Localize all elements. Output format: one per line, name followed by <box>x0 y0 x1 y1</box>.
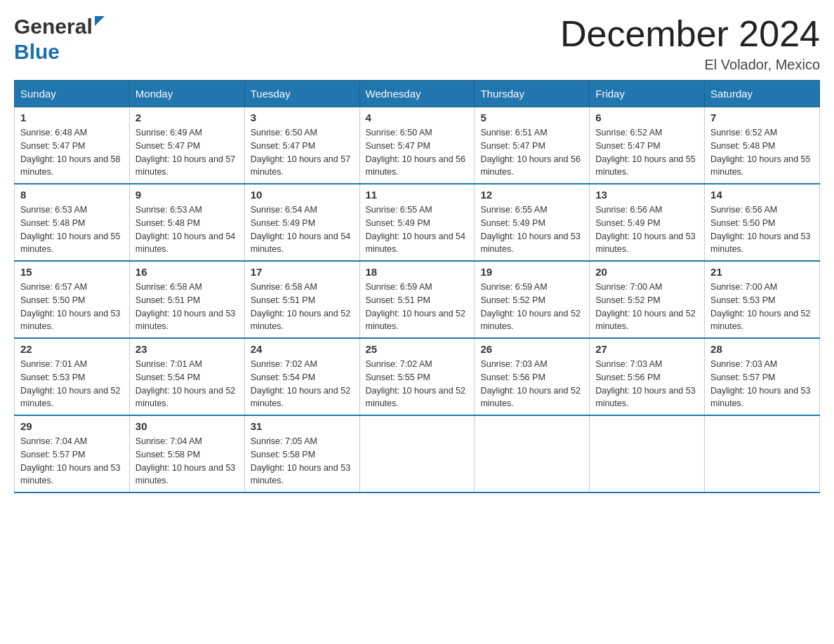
day-info: Sunrise: 7:00 AMSunset: 5:52 PMDaylight:… <box>595 282 695 331</box>
day-info: Sunrise: 6:48 AMSunset: 5:47 PMDaylight:… <box>20 128 120 177</box>
calendar-day-cell: 19 Sunrise: 6:59 AMSunset: 5:52 PMDaylig… <box>475 261 590 338</box>
day-number: 31 <box>251 420 354 432</box>
day-number: 13 <box>595 189 699 201</box>
day-info: Sunrise: 6:58 AMSunset: 5:51 PMDaylight:… <box>251 282 350 331</box>
day-number: 6 <box>595 112 699 123</box>
day-info: Sunrise: 7:00 AMSunset: 5:53 PMDaylight:… <box>710 282 810 331</box>
calendar-day-cell: 9 Sunrise: 6:53 AMSunset: 5:48 PMDayligh… <box>129 184 244 261</box>
day-info: Sunrise: 7:05 AMSunset: 5:58 PMDaylight:… <box>251 436 350 485</box>
day-info: Sunrise: 6:50 AMSunset: 5:47 PMDaylight:… <box>366 128 465 177</box>
day-info: Sunrise: 6:56 AMSunset: 5:50 PMDaylight:… <box>710 205 810 254</box>
page-header: General Blue December 2024 El Volador, M… <box>14 14 820 73</box>
location: El Volador, Mexico <box>560 57 820 73</box>
calendar-day-cell: 3 Sunrise: 6:50 AMSunset: 5:47 PMDayligh… <box>244 107 359 185</box>
day-number: 26 <box>480 343 583 355</box>
day-number: 23 <box>135 343 239 355</box>
calendar-body: 1 Sunrise: 6:48 AMSunset: 5:47 PMDayligh… <box>15 107 820 493</box>
calendar-day-cell: 2 Sunrise: 6:49 AMSunset: 5:47 PMDayligh… <box>129 107 244 185</box>
day-info: Sunrise: 7:01 AMSunset: 5:54 PMDaylight:… <box>135 359 235 408</box>
calendar-day-cell: 16 Sunrise: 6:58 AMSunset: 5:51 PMDaylig… <box>129 261 244 338</box>
day-info: Sunrise: 6:55 AMSunset: 5:49 PMDaylight:… <box>366 205 465 254</box>
logo: General Blue <box>14 14 105 65</box>
calendar-empty-cell <box>359 415 475 492</box>
day-number: 4 <box>366 112 469 123</box>
calendar-day-cell: 18 Sunrise: 6:59 AMSunset: 5:51 PMDaylig… <box>359 261 475 338</box>
weekday-header-saturday: Saturday <box>705 81 820 107</box>
logo-blue: Blue <box>14 40 60 63</box>
day-info: Sunrise: 6:55 AMSunset: 5:49 PMDaylight:… <box>480 205 580 254</box>
calendar-header: SundayMondayTuesdayWednesdayThursdayFrid… <box>15 81 820 107</box>
calendar-day-cell: 8 Sunrise: 6:53 AMSunset: 5:48 PMDayligh… <box>15 184 130 261</box>
calendar-day-cell: 30 Sunrise: 7:04 AMSunset: 5:58 PMDaylig… <box>129 415 244 492</box>
logo-general: General <box>14 14 93 39</box>
calendar-day-cell: 31 Sunrise: 7:05 AMSunset: 5:58 PMDaylig… <box>244 415 359 492</box>
day-info: Sunrise: 7:03 AMSunset: 5:56 PMDaylight:… <box>595 359 695 408</box>
day-number: 18 <box>366 266 469 278</box>
day-info: Sunrise: 6:53 AMSunset: 5:48 PMDaylight:… <box>135 205 235 254</box>
weekday-header-sunday: Sunday <box>15 81 130 107</box>
calendar-day-cell: 6 Sunrise: 6:52 AMSunset: 5:47 PMDayligh… <box>590 107 705 185</box>
day-info: Sunrise: 6:54 AMSunset: 5:49 PMDaylight:… <box>251 205 350 254</box>
day-number: 17 <box>251 266 354 278</box>
day-number: 27 <box>595 343 699 355</box>
day-info: Sunrise: 6:50 AMSunset: 5:47 PMDaylight:… <box>251 128 350 177</box>
day-info: Sunrise: 7:04 AMSunset: 5:57 PMDaylight:… <box>20 436 120 485</box>
calendar-week-row: 15 Sunrise: 6:57 AMSunset: 5:50 PMDaylig… <box>15 261 820 338</box>
weekday-header-thursday: Thursday <box>475 81 590 107</box>
calendar-day-cell: 5 Sunrise: 6:51 AMSunset: 5:47 PMDayligh… <box>475 107 590 185</box>
day-number: 20 <box>595 266 699 278</box>
calendar-day-cell: 11 Sunrise: 6:55 AMSunset: 5:49 PMDaylig… <box>359 184 475 261</box>
calendar-day-cell: 12 Sunrise: 6:55 AMSunset: 5:49 PMDaylig… <box>475 184 590 261</box>
day-info: Sunrise: 7:03 AMSunset: 5:57 PMDaylight:… <box>710 359 810 408</box>
calendar-day-cell: 13 Sunrise: 6:56 AMSunset: 5:49 PMDaylig… <box>590 184 705 261</box>
calendar-day-cell: 7 Sunrise: 6:52 AMSunset: 5:48 PMDayligh… <box>705 107 820 185</box>
day-number: 9 <box>135 189 239 201</box>
day-info: Sunrise: 7:02 AMSunset: 5:55 PMDaylight:… <box>366 359 465 408</box>
calendar-day-cell: 28 Sunrise: 7:03 AMSunset: 5:57 PMDaylig… <box>705 338 820 415</box>
day-info: Sunrise: 6:58 AMSunset: 5:51 PMDaylight:… <box>135 282 235 331</box>
calendar-week-row: 8 Sunrise: 6:53 AMSunset: 5:48 PMDayligh… <box>15 184 820 261</box>
month-title: December 2024 <box>560 14 820 54</box>
calendar-day-cell: 20 Sunrise: 7:00 AMSunset: 5:52 PMDaylig… <box>590 261 705 338</box>
day-number: 1 <box>20 112 124 123</box>
calendar-day-cell: 10 Sunrise: 6:54 AMSunset: 5:49 PMDaylig… <box>244 184 359 261</box>
calendar-week-row: 1 Sunrise: 6:48 AMSunset: 5:47 PMDayligh… <box>15 107 820 185</box>
day-info: Sunrise: 7:04 AMSunset: 5:58 PMDaylight:… <box>135 436 235 485</box>
calendar-day-cell: 26 Sunrise: 7:03 AMSunset: 5:56 PMDaylig… <box>475 338 590 415</box>
day-number: 11 <box>366 189 469 201</box>
calendar-empty-cell <box>475 415 590 492</box>
calendar-empty-cell <box>705 415 820 492</box>
day-number: 12 <box>480 189 583 201</box>
day-number: 16 <box>135 266 239 278</box>
calendar-day-cell: 15 Sunrise: 6:57 AMSunset: 5:50 PMDaylig… <box>15 261 130 338</box>
day-info: Sunrise: 6:59 AMSunset: 5:51 PMDaylight:… <box>366 282 465 331</box>
calendar-day-cell: 29 Sunrise: 7:04 AMSunset: 5:57 PMDaylig… <box>15 415 130 492</box>
day-number: 22 <box>20 343 124 355</box>
day-number: 7 <box>710 112 814 123</box>
day-info: Sunrise: 6:56 AMSunset: 5:49 PMDaylight:… <box>595 205 695 254</box>
day-number: 14 <box>710 189 814 201</box>
weekday-header-monday: Monday <box>129 81 244 107</box>
day-number: 19 <box>480 266 583 278</box>
day-number: 24 <box>251 343 354 355</box>
weekday-header-row: SundayMondayTuesdayWednesdayThursdayFrid… <box>15 81 820 107</box>
calendar-week-row: 29 Sunrise: 7:04 AMSunset: 5:57 PMDaylig… <box>15 415 820 492</box>
day-number: 15 <box>20 266 124 278</box>
calendar-empty-cell <box>590 415 705 492</box>
weekday-header-friday: Friday <box>590 81 705 107</box>
day-number: 10 <box>251 189 354 201</box>
calendar-day-cell: 22 Sunrise: 7:01 AMSunset: 5:53 PMDaylig… <box>15 338 130 415</box>
logo-arrow-icon <box>95 16 105 26</box>
weekday-header-wednesday: Wednesday <box>359 81 475 107</box>
calendar-day-cell: 21 Sunrise: 7:00 AMSunset: 5:53 PMDaylig… <box>705 261 820 338</box>
day-number: 30 <box>135 420 239 432</box>
calendar-day-cell: 27 Sunrise: 7:03 AMSunset: 5:56 PMDaylig… <box>590 338 705 415</box>
day-number: 8 <box>20 189 124 201</box>
day-number: 21 <box>710 266 814 278</box>
day-info: Sunrise: 6:49 AMSunset: 5:47 PMDaylight:… <box>135 128 235 177</box>
title-block: December 2024 El Volador, Mexico <box>560 14 820 73</box>
day-number: 28 <box>710 343 814 355</box>
day-info: Sunrise: 6:57 AMSunset: 5:50 PMDaylight:… <box>20 282 120 331</box>
calendar-day-cell: 17 Sunrise: 6:58 AMSunset: 5:51 PMDaylig… <box>244 261 359 338</box>
day-info: Sunrise: 7:03 AMSunset: 5:56 PMDaylight:… <box>480 359 580 408</box>
